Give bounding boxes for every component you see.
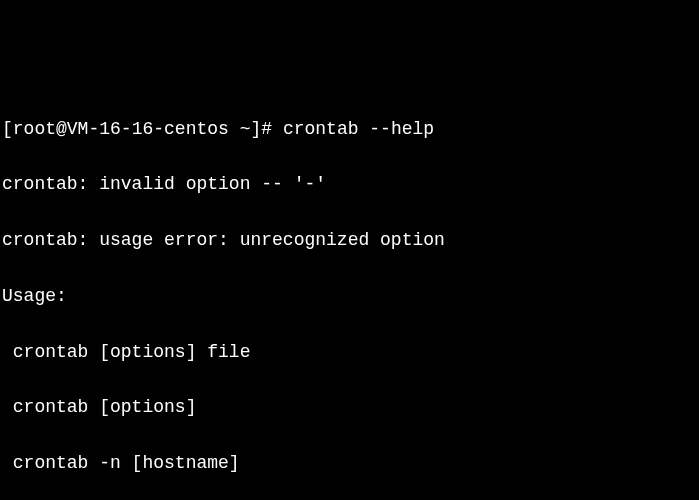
prompt-line[interactable]: [root@VM-16-16-centos ~]# crontab --help — [2, 116, 697, 144]
prompt-close-bracket: ] — [250, 119, 261, 139]
output-line: crontab [options] file — [2, 339, 697, 367]
prompt-user-host: root@VM-16-16-centos — [13, 119, 229, 139]
prompt-cwd: ~ — [229, 119, 251, 139]
output-line: crontab: usage error: unrecognized optio… — [2, 227, 697, 255]
output-line: Usage: — [2, 283, 697, 311]
output-line: crontab: invalid option -- '-' — [2, 171, 697, 199]
prompt-open-bracket: [ — [2, 119, 13, 139]
output-line: crontab [options] — [2, 394, 697, 422]
output-line: crontab -n [hostname] — [2, 450, 697, 478]
command-text: crontab --help — [283, 119, 434, 139]
prompt-char: # — [261, 119, 283, 139]
